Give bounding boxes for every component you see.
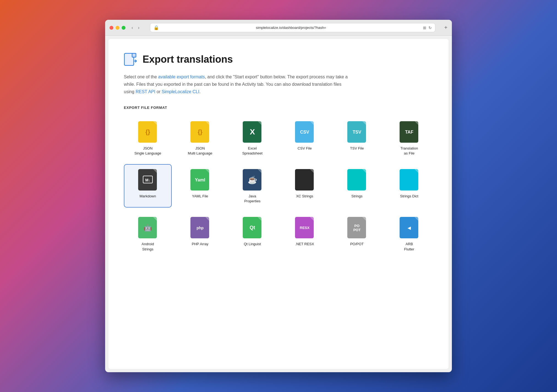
- lock-icon: 🔒: [154, 25, 159, 30]
- desc-part1: Select one of the: [124, 74, 158, 79]
- csv-icon: CSV: [295, 121, 314, 143]
- json-single-label: JSONSingle Language: [134, 146, 161, 156]
- format-strings-dict[interactable]: Strings Dict: [385, 164, 433, 208]
- po-icon: POPOT: [347, 217, 367, 239]
- browser-window: ‹ › 🔒 simplelocalize.io/dashboard/projec…: [105, 20, 452, 372]
- format-strings[interactable]: Strings: [333, 164, 381, 208]
- json-multi-label: JSONMulti Language: [188, 146, 212, 156]
- xc-strings-icon: [295, 169, 314, 191]
- page-description: Select one of the available export forma…: [124, 73, 350, 96]
- format-android[interactable]: 🤖 AndroidStrings: [124, 212, 172, 255]
- format-taf[interactable]: TAF Translationas File: [385, 116, 433, 160]
- qt-icon: Qt: [243, 217, 262, 239]
- close-button[interactable]: [110, 26, 113, 30]
- po-icon-text: POPOT: [353, 224, 361, 232]
- arb-icon-text: ◄: [406, 225, 412, 231]
- resx-icon: RESX: [295, 217, 314, 239]
- format-qt[interactable]: Qt Qt Linguist: [228, 212, 276, 255]
- markdown-icon-text: M↓: [143, 176, 153, 184]
- page-header: Export translations: [124, 52, 433, 67]
- tsv-icon-text: TSV: [353, 130, 361, 135]
- desc-part3: or: [155, 89, 162, 94]
- android-icon: 🤖: [138, 217, 157, 239]
- excel-icon: X: [243, 121, 262, 143]
- minimize-button[interactable]: [116, 26, 119, 30]
- tsv-icon: TSV: [347, 121, 367, 143]
- markdown-label: Markdown: [140, 194, 156, 199]
- cli-link[interactable]: SimpleLocalize CLI: [162, 89, 200, 94]
- refresh-icon[interactable]: ↻: [428, 26, 432, 30]
- format-arb[interactable]: ◄ ARBFlutter: [385, 212, 433, 255]
- php-icon-text: php: [196, 226, 204, 230]
- desc-part4: .: [200, 89, 201, 94]
- arb-icon: ◄: [400, 217, 419, 239]
- back-button[interactable]: ‹: [130, 25, 135, 31]
- format-php[interactable]: php PHP Array: [176, 212, 224, 255]
- format-resx[interactable]: RESX .NET RESX: [281, 212, 329, 255]
- android-icon-text: 🤖: [144, 224, 152, 231]
- qt-icon-text: Qt: [250, 225, 255, 231]
- json-multi-icon: {}: [190, 121, 210, 143]
- java-label: JavaProperties: [244, 194, 260, 204]
- maximize-button[interactable]: [122, 26, 125, 30]
- svg-text:M↓: M↓: [145, 178, 151, 182]
- markdown-icon: M↓: [138, 169, 157, 191]
- forward-button[interactable]: ›: [136, 25, 141, 31]
- csv-label: CSV File: [297, 146, 312, 151]
- xc-strings-label: XC Strings: [296, 194, 313, 199]
- qt-label: Qt Linguist: [244, 242, 261, 247]
- php-icon: php: [190, 217, 210, 239]
- address-bar[interactable]: 🔒 simplelocalize.io/dashboard/projects/?…: [150, 23, 436, 32]
- yaml-label: YAML File: [192, 194, 208, 199]
- new-tab-button[interactable]: +: [444, 24, 447, 31]
- arb-label: ARBFlutter: [404, 242, 414, 252]
- excel-icon-text: X: [250, 128, 255, 136]
- taf-icon: TAF: [400, 121, 419, 143]
- browser-titlebar: ‹ › 🔒 simplelocalize.io/dashboard/projec…: [105, 20, 452, 36]
- format-tsv[interactable]: TSV TSV File: [333, 116, 381, 160]
- format-xc-strings[interactable]: XC Strings: [281, 164, 329, 208]
- available-formats-link[interactable]: available export formats: [158, 74, 205, 79]
- url-text: simplelocalize.io/dashboard/projects/?ha…: [161, 26, 421, 30]
- excel-label: ExcelSpreadsheet: [242, 146, 263, 156]
- svg-rect-1: [132, 53, 136, 57]
- resx-icon-text: RESX: [300, 226, 309, 230]
- export-icon: [124, 52, 138, 67]
- format-csv[interactable]: CSV CSV File: [281, 116, 329, 160]
- format-po[interactable]: POPOT PO/POT: [333, 212, 381, 255]
- format-excel[interactable]: X ExcelSpreadsheet: [228, 116, 276, 160]
- format-markdown[interactable]: M↓ Markdown: [124, 164, 172, 208]
- json-single-icon-text: {}: [145, 129, 150, 135]
- browser-content: Export translations Select one of the av…: [108, 39, 449, 369]
- json-multi-icon-text: {}: [198, 129, 202, 135]
- format-json-single[interactable]: {} JSONSingle Language: [124, 116, 172, 160]
- java-icon-text: ☕: [248, 176, 257, 184]
- php-label: PHP Array: [192, 242, 208, 247]
- format-yaml[interactable]: Yaml YAML File: [176, 164, 224, 208]
- section-label: EXPORT FILE FORMAT: [124, 106, 433, 110]
- yaml-icon: Yaml: [190, 169, 210, 191]
- android-label: AndroidStrings: [142, 242, 154, 252]
- strings-dict-label: Strings Dict: [400, 194, 418, 199]
- csv-icon-text: CSV: [300, 130, 309, 135]
- taf-label: Translationas File: [400, 146, 418, 156]
- strings-label: Strings: [351, 194, 362, 199]
- taf-icon-text: TAF: [405, 130, 413, 135]
- page-title: Export translations: [143, 54, 233, 65]
- format-java[interactable]: ☕ JavaProperties: [228, 164, 276, 208]
- tsv-label: TSV File: [350, 146, 364, 151]
- formats-grid: {} JSONSingle Language {} JSONMulti Lang…: [124, 116, 433, 256]
- format-json-multi[interactable]: {} JSONMulti Language: [176, 116, 224, 160]
- nav-buttons: ‹ ›: [130, 25, 141, 31]
- rest-api-link[interactable]: REST API: [136, 89, 155, 94]
- po-label: PO/POT: [350, 242, 364, 247]
- traffic-lights: [110, 26, 125, 30]
- java-icon: ☕: [243, 169, 262, 191]
- yaml-icon-text: Yaml: [195, 178, 205, 183]
- strings-dict-icon: [400, 169, 419, 191]
- json-single-icon: {}: [138, 121, 157, 143]
- strings-icon: [347, 169, 367, 191]
- resx-label: .NET RESX: [295, 242, 314, 247]
- translate-icon: ⊞: [423, 26, 426, 30]
